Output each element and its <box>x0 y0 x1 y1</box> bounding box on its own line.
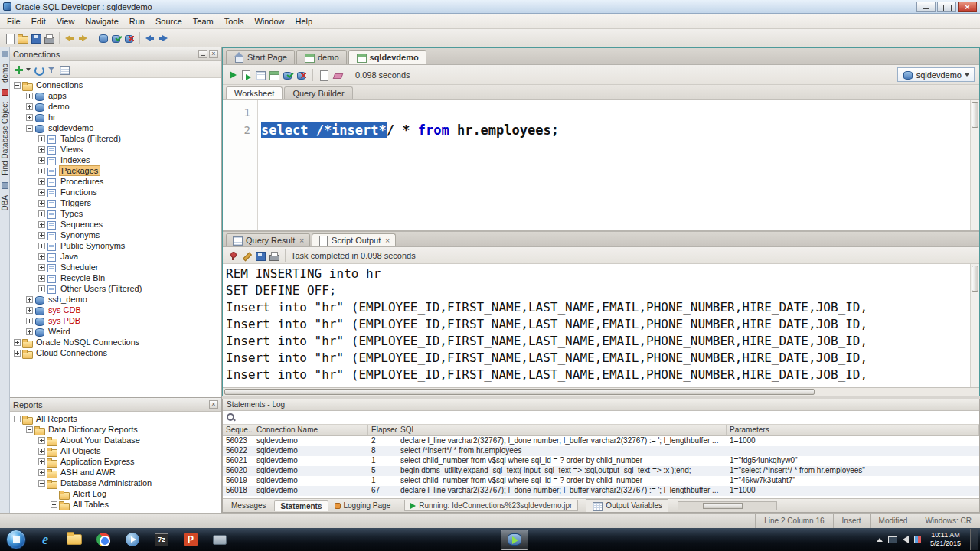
minimize-button[interactable] <box>916 2 936 12</box>
expand-icon[interactable] <box>38 189 45 196</box>
expand-icon[interactable] <box>26 114 33 121</box>
tree-item-packages[interactable]: Packages <box>10 165 221 176</box>
panel-close-icon[interactable] <box>209 50 218 58</box>
tab-messages[interactable]: Messages <box>225 500 273 510</box>
add-connection-dropdown-icon[interactable] <box>26 68 31 71</box>
tab-output-variables[interactable]: Output Variables <box>586 499 668 513</box>
expand-icon[interactable] <box>26 318 33 324</box>
sql-code-editor[interactable]: 1 2 select /*insert*/ * from hr.employee… <box>223 100 979 230</box>
menu-file[interactable]: File <box>2 15 26 28</box>
output-horizontal-scrollbar[interactable] <box>223 387 979 396</box>
tab-demo[interactable]: demo <box>296 50 347 64</box>
view-options-icon[interactable] <box>59 64 70 75</box>
column-header-sequence[interactable]: Seque... <box>223 425 253 435</box>
tree-item-sequences[interactable]: Sequences <box>10 219 221 230</box>
taskbar-internet-explorer[interactable]: e <box>31 530 59 550</box>
tree-item-synonyms[interactable]: Synonyms <box>10 230 221 240</box>
expand-icon[interactable] <box>51 501 57 508</box>
taskbar-media-player[interactable] <box>119 530 146 550</box>
report-item-alert-log[interactable]: Alert Log <box>10 488 221 499</box>
log-row[interactable]: 56019sqldevdemo1select child_number from… <box>223 476 979 486</box>
show-desktop-button[interactable] <box>970 529 978 550</box>
tab-sqldevdemo[interactable]: sqldevdemo <box>348 50 426 64</box>
tree-item-recycle-bin[interactable]: Recycle Bin <box>10 272 221 283</box>
log-row[interactable]: 56018sqldevdemo67declare l_line varchar2… <box>223 486 979 496</box>
collapse-icon[interactable] <box>38 480 45 487</box>
tree-item-demo[interactable]: demo <box>10 101 221 112</box>
expand-icon[interactable] <box>38 437 45 444</box>
expand-icon[interactable] <box>38 200 45 207</box>
expand-icon[interactable] <box>14 350 21 357</box>
connection-selector[interactable]: sqldevdemo <box>897 67 975 82</box>
tab-query-result[interactable]: Query Result× <box>226 233 310 246</box>
tree-item-tables[interactable]: Tables (Filtered) <box>10 133 221 144</box>
maximize-button[interactable] <box>937 2 956 12</box>
expand-icon[interactable] <box>38 448 45 455</box>
tree-item-other-users[interactable]: Other Users (Filtered) <box>10 283 221 294</box>
menu-source[interactable]: Source <box>150 15 188 28</box>
collapse-icon[interactable] <box>26 125 33 132</box>
tab-start-page[interactable]: Start Page <box>226 50 295 64</box>
scrollbar-thumb[interactable] <box>703 503 743 509</box>
expand-icon[interactable] <box>38 157 45 164</box>
run-script-icon[interactable] <box>241 70 252 80</box>
menu-help[interactable]: Help <box>290 15 318 28</box>
expand-icon[interactable] <box>26 307 33 314</box>
expand-icon[interactable] <box>38 264 45 271</box>
column-header-sql[interactable]: SQL <box>397 425 727 435</box>
expand-icon[interactable] <box>38 178 45 185</box>
tree-item-cloud-connections[interactable]: Cloud Connections <box>10 347 221 358</box>
save-output-icon[interactable] <box>255 250 266 261</box>
log-row[interactable]: 56023sqldevdemo2declare l_line varchar2(… <box>223 436 979 446</box>
close-icon[interactable]: × <box>299 236 304 245</box>
add-connection-icon[interactable] <box>13 64 24 75</box>
action-center-icon[interactable] <box>914 536 921 543</box>
menu-tools[interactable]: Tools <box>219 15 250 28</box>
expand-icon[interactable] <box>14 339 21 346</box>
tree-item-triggers[interactable]: Triggers <box>10 197 221 208</box>
clear-icon[interactable] <box>332 70 343 80</box>
tree-item-weird[interactable]: Weird <box>10 326 221 337</box>
explain-plan-icon[interactable] <box>269 70 279 80</box>
save-icon[interactable] <box>31 33 41 44</box>
tree-item-types[interactable]: Types <box>10 208 221 219</box>
forward-icon[interactable] <box>158 33 168 44</box>
expand-icon[interactable] <box>26 328 33 335</box>
new-file-icon[interactable] <box>5 33 15 44</box>
tree-item-apps[interactable]: apps <box>10 90 221 101</box>
tree-item-indexes[interactable]: Indexes <box>10 155 221 165</box>
scrollbar-thumb[interactable] <box>224 389 815 395</box>
undo-icon[interactable] <box>64 33 75 44</box>
report-item-ash-and-awr[interactable]: ASH and AWR <box>10 467 221 478</box>
column-header-parameters[interactable]: Parameters <box>727 425 979 435</box>
volume-icon[interactable] <box>903 536 909 543</box>
expand-icon[interactable] <box>51 491 57 497</box>
expand-icon[interactable] <box>38 135 45 142</box>
open-file-icon[interactable] <box>18 33 28 44</box>
script-output-body[interactable]: REM INSERTING into hr SET DEFINE OFF; In… <box>223 264 979 387</box>
connections-icon[interactable] <box>98 33 109 44</box>
taskbar-utility[interactable] <box>206 530 234 550</box>
tree-item-sqldevdemo[interactable]: sqldevdemo <box>10 122 221 133</box>
tab-logging-page[interactable]: Logging Page <box>330 500 395 510</box>
pin-icon[interactable] <box>227 250 238 261</box>
collapse-icon[interactable] <box>26 426 33 433</box>
log-row[interactable]: 56022sqldevdemo8select /*insert*/ * from… <box>223 446 979 456</box>
report-item-all-objects[interactable]: All Objects <box>10 445 221 456</box>
log-row[interactable]: 56021sqldevdemo1select child_number from… <box>223 456 979 466</box>
tree-item-java[interactable]: Java <box>10 251 221 262</box>
run-statement-icon[interactable] <box>227 70 238 80</box>
panel-close-icon[interactable] <box>209 400 218 409</box>
expand-icon[interactable] <box>38 232 45 239</box>
autotrace-icon[interactable] <box>255 70 266 80</box>
column-header-connection-name[interactable]: Connection Name <box>253 425 368 435</box>
expand-icon[interactable] <box>38 253 45 260</box>
report-item-data-dictionary-reports[interactable]: Data Dictionary Reports <box>10 424 221 435</box>
start-button[interactable] <box>6 530 26 549</box>
expand-icon[interactable] <box>38 221 45 228</box>
taskbar-sql-developer[interactable] <box>501 530 528 550</box>
report-item-all-reports[interactable]: All Reports <box>10 413 221 424</box>
redo-icon[interactable] <box>77 33 88 44</box>
expand-icon[interactable] <box>38 275 45 282</box>
taskbar-chrome[interactable] <box>90 530 117 550</box>
